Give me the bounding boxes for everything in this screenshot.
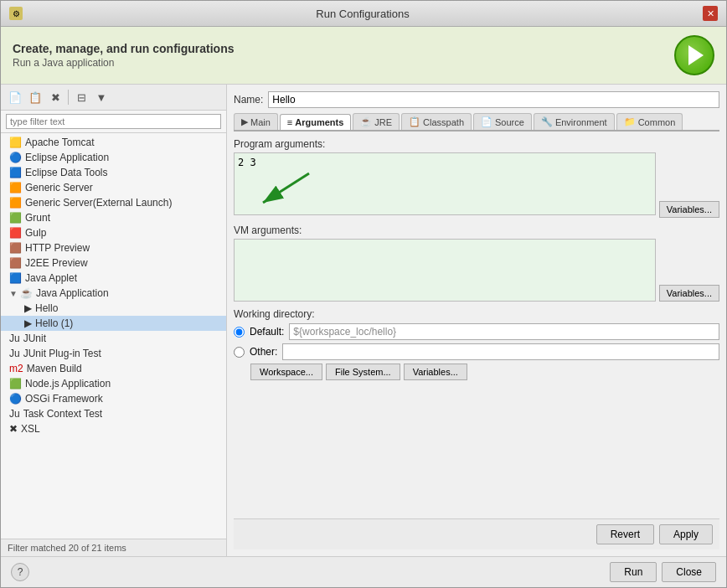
duplicate-button[interactable]: 📋 <box>26 88 44 106</box>
wd-buttons: Workspace... File System... Variables... <box>234 364 719 380</box>
arguments-tab-icon: ≡ <box>287 117 292 127</box>
item-icon: Ju <box>9 408 20 420</box>
list-item[interactable]: 🟫 J2EE Preview <box>1 255 226 271</box>
tab-jre[interactable]: ☕ JRE <box>353 113 400 130</box>
item-label: Java Applet <box>25 272 77 284</box>
item-icon: 🟦 <box>9 167 22 178</box>
sidebar-footer: Filter matched 20 of 21 items <box>1 539 226 556</box>
dialog-title: Run Configurations <box>23 8 703 20</box>
item-label: Eclipse Data Tools <box>25 167 108 178</box>
item-label: JUnit <box>23 333 46 344</box>
header-text: Create, manage, and run configurations R… <box>13 42 235 69</box>
list-item[interactable]: m2 Maven Build <box>1 361 226 376</box>
list-item[interactable]: 🟧 Generic Server <box>1 180 226 195</box>
title-bar: ⚙ Run Configurations ✕ <box>1 1 726 27</box>
list-item[interactable]: 🔵 OSGi Framework <box>1 391 226 406</box>
default-radio-row: Default: <box>234 323 719 340</box>
item-label: Hello <box>35 302 58 314</box>
program-args-input[interactable]: 2 3 <box>234 152 656 215</box>
vm-args-group: VM arguments: Variables... <box>234 224 719 302</box>
sidebar-item-hello[interactable]: ▶ Hello <box>1 301 226 316</box>
tab-main[interactable]: ▶ Main <box>234 113 278 130</box>
filesystem-button[interactable]: File System... <box>326 364 400 380</box>
item-icon: 🟫 <box>9 257 22 269</box>
workspace-button[interactable]: Workspace... <box>250 364 322 380</box>
list-item[interactable]: 🟩 Node.js Application <box>1 376 226 391</box>
tab-common[interactable]: 📁 Common <box>616 113 683 130</box>
header-area: Create, manage, and run configurations R… <box>1 27 726 85</box>
list-item[interactable]: 🟦 Java Applet <box>1 271 226 286</box>
apply-button[interactable]: Apply <box>659 524 713 544</box>
tab-content: Program arguments: 2 3 <box>234 138 719 518</box>
program-args-variables-button[interactable]: Variables... <box>659 201 719 218</box>
item-label: Maven Build <box>27 363 82 374</box>
close-dialog-button[interactable]: Close <box>662 562 716 582</box>
environment-tab-icon: 🔧 <box>541 116 553 127</box>
list-item[interactable]: 🟩 Grunt <box>1 210 226 225</box>
list-item[interactable]: 🟧 Generic Server(External Launch) <box>1 195 226 210</box>
close-window-button[interactable]: ✕ <box>703 6 718 21</box>
vm-args-label: VM arguments: <box>234 224 719 236</box>
default-radio[interactable] <box>234 327 245 338</box>
tabs-bar: ▶ Main ≡ Arguments ☕ JRE 📋 Classpath 📄 <box>234 113 719 132</box>
item-label: Java Application <box>36 287 109 299</box>
other-wd-input[interactable] <box>282 343 719 360</box>
run-config-button[interactable]: Run <box>610 562 657 582</box>
configuration-tree: 🟨 Apache Tomcat 🔵 Eclipse Application 🟦 … <box>1 133 226 539</box>
sidebar-item-hello-1[interactable]: → ▶ Hello (1) <box>1 316 226 331</box>
sidebar-item-java-application[interactable]: ▼ ☕ Java Application <box>1 286 226 301</box>
other-radio[interactable] <box>234 347 245 358</box>
item-label: Task Context Test <box>23 408 103 420</box>
wd-variables-button[interactable]: Variables... <box>404 364 467 380</box>
delete-button[interactable]: ✖ <box>46 88 64 106</box>
list-item[interactable]: 🟫 HTTP Preview <box>1 240 226 255</box>
list-item[interactable]: 🟦 Eclipse Data Tools <box>1 165 226 180</box>
tab-arguments[interactable]: ≡ Arguments <box>280 114 351 130</box>
main-content: 📄 📋 ✖ ⊟ ▼ 🟨 Apache Tomcat 🔵 Eclipse Appl… <box>1 85 726 556</box>
list-item[interactable]: 🔵 Eclipse Application <box>1 150 226 165</box>
list-item[interactable]: 🟥 Gulp <box>1 225 226 240</box>
working-dir-label: Working directory: <box>234 308 719 320</box>
source-tab-icon: 📄 <box>481 116 492 127</box>
vm-args-variables-button[interactable]: Variables... <box>659 285 719 302</box>
help-button[interactable]: ? <box>11 563 29 581</box>
bottom-action-bar: Revert Apply <box>234 518 719 549</box>
vm-args-input[interactable] <box>234 239 656 302</box>
new-config-button[interactable]: 📄 <box>6 88 24 106</box>
item-label: OSGi Framework <box>25 393 103 405</box>
run-button[interactable] <box>674 35 714 75</box>
revert-button[interactable]: Revert <box>596 524 654 544</box>
item-icon: 🔵 <box>9 393 22 405</box>
tab-classpath[interactable]: 📋 Classpath <box>401 113 472 130</box>
item-icon: ▶ <box>24 302 32 314</box>
item-label: Node.js Application <box>25 378 111 389</box>
item-icon: ▶ <box>24 317 32 329</box>
run-configurations-dialog: ⚙ Run Configurations ✕ Create, manage, a… <box>0 0 727 588</box>
item-icon: 🟨 <box>9 137 22 148</box>
main-tab-icon: ▶ <box>241 116 248 127</box>
item-icon: m2 <box>9 363 23 374</box>
list-item[interactable]: Ju JUnit Plug-in Test <box>1 346 226 361</box>
item-icon: 🟥 <box>9 227 22 239</box>
item-label: HTTP Preview <box>25 242 90 254</box>
list-item[interactable]: ✖ XSL <box>1 421 226 436</box>
tab-environment[interactable]: 🔧 Environment <box>534 113 615 130</box>
filter-input[interactable] <box>6 114 221 129</box>
item-label: Generic Server <box>25 182 93 193</box>
common-tab-icon: 📁 <box>624 116 636 127</box>
dialog-icon: ⚙ <box>9 7 23 20</box>
tab-source[interactable]: 📄 Source <box>473 113 532 130</box>
item-label: JUnit Plug-in Test <box>23 348 101 359</box>
filter-button[interactable]: ▼ <box>92 88 111 106</box>
list-item[interactable]: Ju JUnit <box>1 331 226 346</box>
collapse-button[interactable]: ⊟ <box>72 88 90 106</box>
tab-main-label: Main <box>250 117 271 127</box>
right-panel: Name: ▶ Main ≡ Arguments ☕ JRE 📋 <box>227 85 726 556</box>
filter-status: Filter matched 20 of 21 items <box>8 543 126 553</box>
name-input[interactable] <box>268 91 719 108</box>
tab-arguments-label: Arguments <box>295 117 343 127</box>
list-item[interactable]: 🟨 Apache Tomcat <box>1 135 226 150</box>
run-icon <box>688 45 704 65</box>
item-icon: 🟧 <box>9 182 22 193</box>
list-item[interactable]: Ju Task Context Test <box>1 406 226 421</box>
